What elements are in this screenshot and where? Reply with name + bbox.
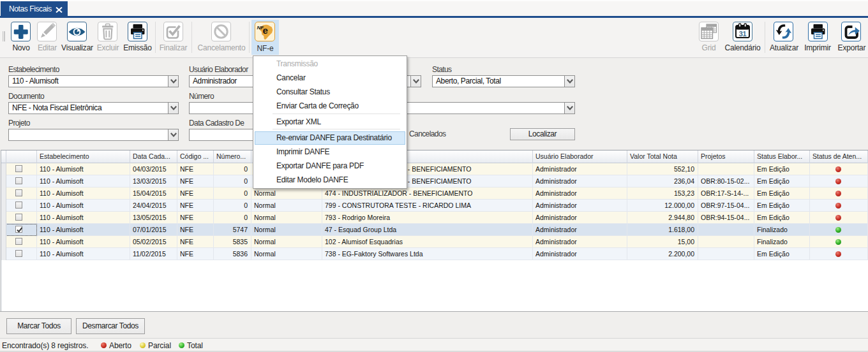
svg-text:31: 31 [739, 30, 747, 38]
svg-text:e: e [263, 25, 268, 36]
